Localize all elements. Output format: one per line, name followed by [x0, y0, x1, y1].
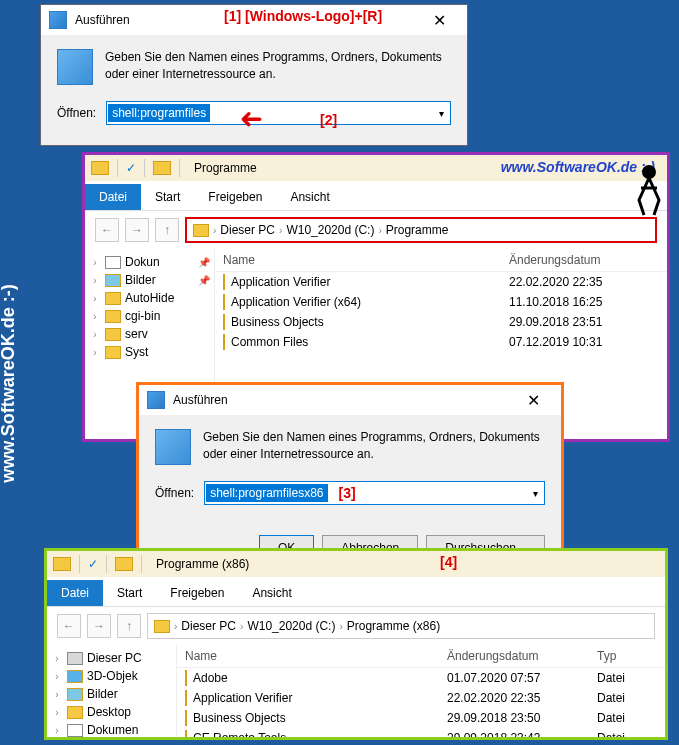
explorer-window-programme-x86: ✓ Programme (x86) Datei Start Freigeben … [44, 548, 668, 740]
tree-item[interactable]: ›serv [89, 325, 210, 343]
tab-start[interactable]: Start [141, 184, 194, 210]
tree-label: Dieser PC [87, 651, 142, 665]
nav-up-button[interactable]: ↑ [155, 218, 179, 242]
file-name: Business Objects [231, 315, 324, 329]
tree-label: serv [125, 327, 148, 341]
tree-label: Bilder [125, 273, 156, 287]
column-type[interactable]: Typ [597, 649, 657, 663]
column-name[interactable]: Name [185, 649, 447, 663]
tab-freigeben[interactable]: Freigeben [194, 184, 276, 210]
open-label: Öffnen: [57, 106, 96, 120]
separator-icon [179, 159, 180, 177]
doc-icon [67, 724, 83, 737]
chevron-down-icon[interactable]: ▾ [533, 488, 538, 499]
breadcrumb-item[interactable]: Dieser PC [220, 223, 275, 237]
tab-ansicht[interactable]: Ansicht [238, 580, 305, 606]
breadcrumb-item[interactable]: Dieser PC [181, 619, 236, 633]
tree-label: 3D-Objek [87, 669, 138, 683]
nav-up-button[interactable]: ↑ [117, 614, 141, 638]
tree-item[interactable]: ›AutoHide [89, 289, 210, 307]
file-date: 29.09.2018 23:50 [447, 711, 597, 725]
tree-item[interactable]: ›3D-Objek [51, 667, 172, 685]
run-dialog-2: Ausführen ✕ Geben Sie den Namen eines Pr… [136, 382, 564, 574]
open-value: shell:programfiles [108, 104, 210, 122]
file-row[interactable]: Application Verifier22.02.2020 22:35 [215, 272, 667, 292]
address-bar[interactable]: › Dieser PC › W10_2020d (C:) › Programme… [147, 613, 655, 639]
tab-freigeben[interactable]: Freigeben [156, 580, 238, 606]
expand-icon[interactable]: › [89, 275, 101, 286]
folder-icon [185, 730, 187, 739]
folder-icon[interactable] [91, 161, 109, 175]
file-row[interactable]: Common Files07.12.2019 10:31 [215, 332, 667, 352]
watermark-left: www.SoftwareOK.de :-) [0, 284, 19, 482]
expand-icon[interactable]: › [51, 671, 63, 682]
tree-item[interactable]: ›Bilder [51, 685, 172, 703]
tree-item[interactable]: ›Dieser PC [51, 649, 172, 667]
checkmark-icon[interactable]: ✓ [126, 161, 136, 175]
expand-icon[interactable]: › [89, 329, 101, 340]
nav-back-button[interactable]: ← [95, 218, 119, 242]
file-type: Datei [597, 671, 657, 685]
tree-item[interactable]: ›Desktop [51, 703, 172, 721]
chevron-down-icon[interactable]: ▾ [439, 108, 444, 119]
open-combobox[interactable]: shell:programfiles ▾ [106, 101, 451, 125]
annotation-4: [4] [440, 554, 457, 570]
expand-icon[interactable]: › [51, 725, 63, 736]
folder-icon [185, 690, 187, 706]
nav-forward-button[interactable]: → [125, 218, 149, 242]
window-title: Ausführen [173, 393, 513, 407]
column-name[interactable]: Name [223, 253, 509, 267]
expand-icon[interactable]: › [89, 311, 101, 322]
expand-icon[interactable]: › [89, 347, 101, 358]
tree-label: AutoHide [125, 291, 174, 305]
expand-icon[interactable]: › [89, 293, 101, 304]
column-date[interactable]: Änderungsdatum [509, 253, 659, 267]
folder-icon [185, 710, 187, 726]
folder-icon[interactable] [53, 557, 71, 571]
checkmark-icon[interactable]: ✓ [88, 557, 98, 571]
file-date: 01.07.2020 07:57 [447, 671, 597, 685]
tree-item[interactable]: ›Syst [89, 343, 210, 361]
file-row[interactable]: CE Remote Tools29.09.2018 23:43Datei [177, 728, 665, 739]
file-date: 29.09.2018 23:51 [509, 315, 659, 329]
close-icon[interactable]: ✕ [513, 391, 553, 410]
file-row[interactable]: Business Objects29.09.2018 23:51 [215, 312, 667, 332]
tab-datei[interactable]: Datei [85, 184, 141, 210]
run-icon [147, 391, 165, 409]
expand-icon[interactable]: › [51, 707, 63, 718]
file-row[interactable]: Application Verifier22.02.2020 22:35Date… [177, 688, 665, 708]
folder-icon [67, 706, 83, 719]
file-row[interactable]: Adobe01.07.2020 07:57Datei [177, 668, 665, 688]
file-name: Application Verifier [193, 691, 292, 705]
column-date[interactable]: Änderungsdatum [447, 649, 597, 663]
file-name: CE Remote Tools [193, 731, 286, 739]
file-date: 29.09.2018 23:43 [447, 731, 597, 739]
file-row[interactable]: Application Verifier (x64)11.10.2018 16:… [215, 292, 667, 312]
nav-forward-button[interactable]: → [87, 614, 111, 638]
expand-icon[interactable]: › [89, 257, 101, 268]
expand-icon[interactable]: › [51, 653, 63, 664]
folder-icon [105, 310, 121, 323]
close-icon[interactable]: ✕ [419, 11, 459, 30]
file-type: Datei [597, 711, 657, 725]
open-combobox[interactable]: shell:programfilesx86 [3] ▾ [204, 481, 545, 505]
folder-icon [115, 557, 133, 571]
tab-datei[interactable]: Datei [47, 580, 103, 606]
tree-item[interactable]: ›Dokumen [51, 721, 172, 739]
address-bar[interactable]: › Dieser PC › W10_2020d (C:) › Programme [185, 217, 657, 243]
tab-start[interactable]: Start [103, 580, 156, 606]
nav-back-button[interactable]: ← [57, 614, 81, 638]
tab-ansicht[interactable]: Ansicht [276, 184, 343, 210]
tree-label: Bilder [87, 687, 118, 701]
breadcrumb-item[interactable]: W10_2020d (C:) [247, 619, 335, 633]
tree-item[interactable]: ›Dokun📌 [89, 253, 210, 271]
run-icon [49, 11, 67, 29]
tree-item[interactable]: ›Bilder📌 [89, 271, 210, 289]
expand-icon[interactable]: › [51, 689, 63, 700]
breadcrumb-item[interactable]: Programme (x86) [347, 619, 440, 633]
breadcrumb-item[interactable]: W10_2020d (C:) [286, 223, 374, 237]
breadcrumb-item[interactable]: Programme [386, 223, 449, 237]
file-row[interactable]: Business Objects29.09.2018 23:50Datei [177, 708, 665, 728]
tree-item[interactable]: ›cgi-bin [89, 307, 210, 325]
cube-icon [67, 670, 83, 683]
